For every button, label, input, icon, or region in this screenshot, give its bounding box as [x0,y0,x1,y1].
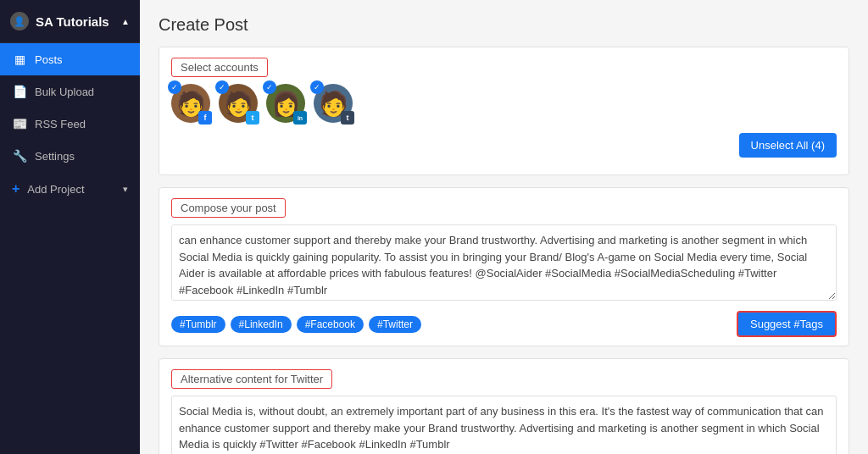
platform-badge-li: in [293,111,307,125]
platform-badge-tm: t [341,111,354,125]
sidebar-rss-label: RSS Feed [35,118,86,130]
check-badge-1: ✓ [168,80,181,94]
select-accounts-card: Select accounts 🧑 ✓ f 🧑 ✓ t 👩 ✓ in 🧑 ✓ t [159,47,849,175]
sidebar-bulk-label: Bulk Upload [35,86,94,98]
brand-name: SA Tutorials [36,14,109,29]
alt-content-card: Alternative content for Twitter 316/280 [159,358,849,454]
alt-content-label: Alternative content for Twitter [171,369,332,389]
tag-tumblr[interactable]: #Tumblr [171,316,225,333]
select-accounts-label: Select accounts [171,58,268,77]
posts-icon: ▦ [12,53,27,66]
platform-badge-tw: t [246,111,259,125]
sidebar: 👤 SA Tutorials ▲ ▦ Posts 📄 Bulk Upload 📰… [0,0,140,454]
sidebar-posts-label: Posts [35,53,63,66]
add-project-label: Add Project [27,183,84,196]
bulk-upload-icon: 📄 [12,85,27,98]
alt-content-textarea[interactable] [171,396,837,454]
account-avatar-2[interactable]: 🧑 ✓ t [219,84,258,123]
user-icon: 👤 [10,12,29,30]
sidebar-add-project[interactable]: + Add Project ▾ [0,172,140,206]
check-badge-3: ✓ [263,80,276,94]
sidebar-settings-label: Settings [35,150,75,163]
account-avatar-4[interactable]: 🧑 ✓ t [314,84,353,123]
sidebar-chevron: ▲ [121,17,130,26]
sidebar-item-rss-feed[interactable]: 📰 RSS Feed [0,108,140,140]
platform-badge-fb: f [198,111,212,125]
main-content: Create Post Select accounts 🧑 ✓ f 🧑 ✓ t … [140,0,868,454]
check-badge-2: ✓ [215,80,229,94]
rss-icon: 📰 [12,117,27,130]
unselect-all-button[interactable]: Unselect All (4) [739,133,837,158]
tag-linkedin[interactable]: #LinkedIn [231,316,292,333]
compose-textarea[interactable] [171,224,837,301]
compose-card: Compose your post #Tumblr #LinkedIn #Fac… [159,187,849,346]
settings-icon: 🔧 [12,149,27,163]
sidebar-header[interactable]: 👤 SA Tutorials ▲ [0,0,140,43]
page-title: Create Post [159,15,849,35]
unselect-btn-row: Unselect All (4) [159,128,849,166]
sidebar-item-settings[interactable]: 🔧 Settings [0,140,140,172]
account-avatar-3[interactable]: 👩 ✓ in [266,84,305,123]
account-avatar-1[interactable]: 🧑 ✓ f [171,84,210,123]
tags-row: #Tumblr #LinkedIn #Facebook #Twitter Sug… [159,311,849,346]
check-badge-4: ✓ [310,80,324,94]
add-project-chevron: ▾ [123,184,128,195]
accounts-row: 🧑 ✓ f 🧑 ✓ t 👩 ✓ in 🧑 ✓ t [159,84,849,128]
tag-twitter[interactable]: #Twitter [369,316,421,333]
suggest-tags-button[interactable]: Suggest #Tags [737,311,837,337]
sidebar-item-bulk-upload[interactable]: 📄 Bulk Upload [0,75,140,108]
sidebar-item-posts[interactable]: ▦ Posts [0,43,140,75]
compose-label: Compose your post [171,198,286,218]
compose-wrap [159,224,849,311]
tag-facebook[interactable]: #Facebook [297,316,364,333]
